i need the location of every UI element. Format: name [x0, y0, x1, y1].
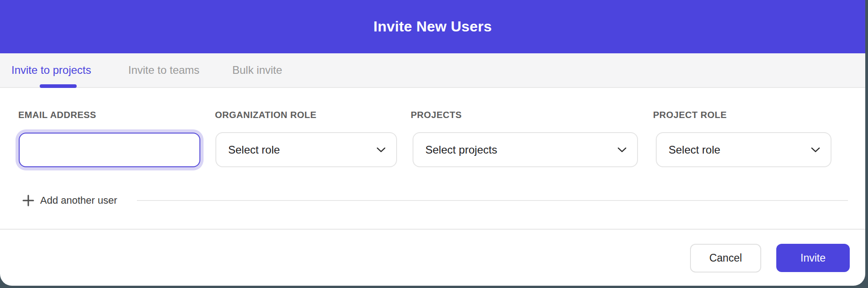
tab-bulk-invite[interactable]: Bulk invite — [232, 53, 282, 87]
divider — [137, 200, 848, 201]
organization-role-select[interactable]: Select role — [215, 132, 397, 167]
project-role-label: PROJECT ROLE — [653, 110, 727, 120]
email-address-label: EMAIL ADDRESS — [18, 110, 96, 120]
tab-invite-to-projects[interactable]: Invite to projects — [11, 53, 91, 87]
projects-select[interactable]: Select projects — [413, 132, 638, 167]
organization-role-label: ORGANIZATION ROLE — [215, 110, 317, 120]
project-role-select-value: Select role — [669, 144, 720, 156]
footer-divider — [0, 229, 865, 230]
project-role-select[interactable]: Select role — [656, 132, 831, 167]
organization-role-select-value: Select role — [228, 144, 280, 156]
plus-icon — [22, 195, 34, 206]
tab-bar: Invite to projects Invite to teams Bulk … — [0, 53, 865, 88]
chevron-down-icon — [617, 147, 627, 153]
add-another-user-label: Add another user — [40, 195, 117, 206]
add-another-user-button[interactable]: Add another user — [22, 193, 117, 208]
chevron-down-icon — [376, 147, 386, 153]
email-address-input[interactable] — [19, 133, 200, 167]
dialog-title: Invite New Users — [0, 0, 865, 53]
projects-select-value: Select projects — [425, 144, 497, 156]
projects-label: PROJECTS — [411, 110, 462, 120]
dialog-header: Invite New Users — [0, 0, 865, 53]
tab-invite-to-teams[interactable]: Invite to teams — [128, 53, 199, 87]
invite-dialog: Invite New Users Invite to projects Invi… — [0, 0, 865, 286]
invite-button[interactable]: Invite — [776, 244, 850, 272]
cancel-button[interactable]: Cancel — [690, 244, 761, 273]
active-tab-indicator — [40, 84, 77, 88]
chevron-down-icon — [811, 147, 820, 153]
